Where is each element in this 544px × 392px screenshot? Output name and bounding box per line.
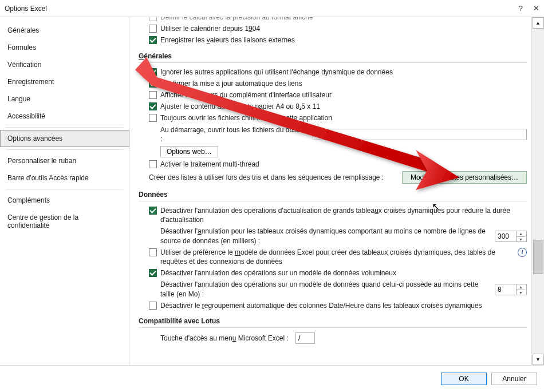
checkbox-precision-format[interactable] [149, 17, 157, 21]
sidebar-item-label: Barre d'outils Accès rapide [7, 174, 89, 182]
sidebar-item-generales[interactable]: Générales [0, 22, 129, 39]
section-title-lotus: Compatibilité avec Lotus [139, 317, 527, 328]
checkbox-ignore-dde-apps[interactable] [149, 68, 157, 76]
sidebar-item-label: Options avancées [7, 134, 62, 142]
sidebar-item-complements[interactable]: Compléments [0, 192, 129, 209]
sidebar-item-label: Langue [7, 95, 30, 103]
lotus-menu-key-label: Touche d'accès au menu Microsoft Excel : [160, 334, 289, 343]
dialog-footer: OK Annuler [0, 365, 544, 391]
sidebar-separator [6, 149, 123, 150]
section-title-generales: Générales [139, 52, 527, 63]
checkbox-prefer-datamodel[interactable] [149, 248, 157, 256]
sidebar-item-personnaliser-ruban[interactable]: Personnaliser le ruban [0, 152, 129, 169]
undo-threshold-label: Désactiver l'annulation pour les tableau… [160, 227, 491, 245]
undo-size-value[interactable] [495, 284, 516, 295]
checkbox-label: Utiliser de préférence le modèle de donn… [160, 248, 514, 266]
sidebar-item-label: Enregistrement [7, 78, 54, 86]
scroll-up-icon[interactable]: ▲ [533, 17, 544, 29]
sidebar-item-options-avancees[interactable]: Options avancées [0, 130, 129, 147]
sidebar-item-label: Centre de gestion de la confidentialité [7, 213, 78, 229]
spinner-up-icon[interactable]: ▲ [517, 284, 525, 290]
edit-custom-lists-button[interactable]: Modifier les listes personnalisées… [402, 171, 527, 184]
undo-size-spinner[interactable]: ▲▼ [495, 284, 527, 295]
undo-threshold-spinner[interactable]: ▲▼ [495, 231, 527, 242]
sidebar-item-label: Compléments [7, 196, 50, 204]
sidebar-item-label: Accessibilité [7, 112, 45, 120]
spinner-up-icon[interactable]: ▲ [517, 231, 525, 237]
sidebar: Générales Formules Vérification Enregist… [0, 17, 129, 365]
checkbox-multithread[interactable] [149, 160, 157, 168]
sidebar-item-label: Générales [7, 26, 39, 34]
sidebar-separator [6, 189, 123, 189]
checkbox-label: Désactiver l'annulation des opérations s… [160, 268, 527, 278]
vertical-scrollbar[interactable]: ▲ ▼ [531, 17, 544, 365]
sidebar-item-label: Vérification [7, 61, 41, 69]
undo-size-label: Désactiver l'annulation des opérations s… [160, 280, 491, 298]
checkbox-open-encrypted[interactable] [149, 114, 157, 122]
ok-button[interactable]: OK [441, 373, 487, 385]
sidebar-item-verification[interactable]: Vérification [0, 56, 129, 73]
sidebar-item-barre-outils[interactable]: Barre d'outils Accès rapide [0, 169, 129, 187]
section-title-donnees: Données [139, 191, 527, 201]
lotus-menu-key-input[interactable] [295, 332, 315, 344]
sidebar-item-label: Formules [7, 43, 36, 52]
sidebar-item-accessibilite[interactable]: Accessibilité [0, 108, 129, 125]
checkbox-disable-undo-pivot[interactable] [149, 207, 157, 215]
checkbox-label: Toujours ouvrir les fichiers chiffrés da… [160, 113, 527, 122]
scrollbar-track[interactable] [533, 29, 544, 354]
checkbox-label: Enregistrer les valeurs des liaisons ext… [160, 35, 527, 45]
checkbox-label: Confirmer la mise à jour automatique des… [160, 79, 527, 88]
checkbox-label: Ignorer les autres applications qui util… [160, 68, 527, 77]
sidebar-separator [6, 127, 123, 128]
sidebar-item-enregistrement[interactable]: Enregistrement [0, 73, 129, 90]
startup-folder-input[interactable] [313, 129, 527, 140]
checkbox-confirm-link-update[interactable] [149, 80, 157, 88]
spinner-down-icon[interactable]: ▼ [517, 237, 525, 242]
sidebar-item-centre-confidentialite[interactable]: Centre de gestion de la confidentialité [0, 209, 129, 234]
scroll-down-icon[interactable]: ▼ [533, 354, 544, 365]
help-icon[interactable]: ? [519, 4, 523, 13]
checkbox-label: Désactiver le regroupement automatique d… [160, 301, 527, 310]
window-title: Options Excel [5, 5, 519, 13]
spinner-down-icon[interactable]: ▼ [517, 290, 525, 295]
content-panel: Définir le calcul avec la précision au f… [129, 17, 531, 365]
checkbox-label: Désactiver l'annulation des opérations d… [160, 206, 527, 224]
custom-lists-label: Créer des listes à utiliser lors des tri… [149, 173, 399, 182]
checkbox-label: Ajuster le contenu aux formats papier A4… [160, 102, 527, 111]
titlebar: Options Excel ? ✕ [0, 0, 544, 17]
checkbox-disable-undo-large-model[interactable] [149, 269, 157, 277]
checkbox-save-link-values[interactable] [149, 36, 157, 44]
info-icon[interactable]: i [518, 248, 527, 257]
checkbox-disable-auto-group[interactable] [149, 302, 157, 310]
web-options-button[interactable]: Options web… [160, 146, 218, 157]
sidebar-item-formules[interactable]: Formules [0, 39, 129, 56]
scrollbar-thumb[interactable] [533, 240, 543, 274]
cancel-button[interactable]: Annuler [491, 373, 537, 385]
checkbox-show-addon-errors[interactable] [149, 91, 157, 99]
checkbox-label: Activer le traitement multi-thread [160, 160, 527, 169]
checkbox-label: Définir le calcul avec la précision au f… [160, 17, 527, 22]
close-icon[interactable]: ✕ [533, 4, 539, 13]
checkbox-label: Utiliser le calendrier depuis 1904 [160, 24, 527, 33]
checkbox-adjust-a4[interactable] [149, 102, 157, 110]
checkbox-1904-calendar[interactable] [149, 25, 157, 33]
startup-folder-label: Au démarrage, ouvrir tous les fichiers d… [160, 125, 309, 144]
sidebar-item-label: Personnaliser le ruban [7, 157, 76, 165]
sidebar-item-langue[interactable]: Langue [0, 90, 129, 108]
undo-threshold-value[interactable] [495, 231, 516, 241]
checkbox-label: Afficher les erreurs du complément d'int… [160, 90, 527, 100]
